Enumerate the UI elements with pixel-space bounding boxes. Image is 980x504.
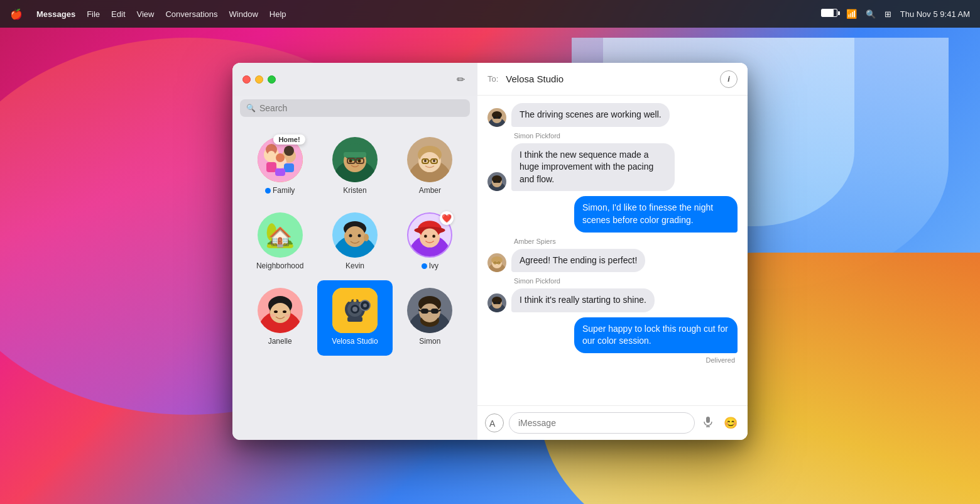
bubble-6: Super happy to lock this rough cut for o… [574,317,738,353]
delivered-status: Delivered [487,356,735,364]
svg-point-42 [433,235,436,238]
message-group-3: Simon, I'd like to finesse the night sce… [487,196,738,232]
bubble-5: I think it's really starting to shine. [511,288,655,312]
sender-name-amber: Amber Spiers [514,238,738,245]
message-row-6: Super happy to lock this rough cut for o… [487,317,738,353]
svg-point-50 [285,314,290,317]
message-avatar-simon-2 [487,293,506,312]
message-row-3: Simon, I'd like to finesse the night sce… [487,196,738,232]
emoji-button[interactable]: 😊 [721,414,740,432]
svg-point-16 [357,160,361,163]
svg-rect-91 [498,302,501,304]
svg-point-41 [424,235,427,238]
svg-rect-9 [284,163,294,172]
bubble-1: The driving scenes are working well. [511,103,670,127]
sidebar: ✏ 🔍 [232,63,477,440]
svg-rect-80 [493,180,496,183]
svg-point-55 [352,307,357,312]
svg-point-48 [283,310,286,313]
spotlight-icon[interactable]: 🔍 [866,9,876,19]
audio-button[interactable] [700,414,716,432]
message-group-4: Amber Spiers Agreed! The ending is perfe… [487,238,738,273]
svg-point-57 [348,299,351,302]
svg-rect-76 [498,116,501,119]
contact-kristen[interactable]: Kristen [317,129,392,205]
contact-velosa[interactable]: Velosa Studio [317,280,392,356]
chat-header: To: Velosa Studio i [477,63,748,96]
input-area: A 😊 [477,405,748,440]
svg-rect-68 [431,309,438,314]
maximize-button[interactable] [268,75,276,84]
svg-rect-8 [266,162,276,172]
message-avatar-amber [487,253,506,272]
to-label: To: [487,74,498,84]
message-row-5: I think it's really starting to shine. [487,288,738,312]
window-menu[interactable]: Window [229,9,258,19]
search-bar: 🔍 [240,99,470,117]
contact-simon[interactable]: Simon [393,280,467,356]
svg-rect-90 [493,302,496,304]
file-menu[interactable]: File [87,9,100,19]
message-row-2: I think the new sequence made a huge imp… [487,143,738,192]
svg-point-34 [349,234,352,238]
menubar: 🍎 Messages File Edit View Conversations … [0,0,980,28]
bubble-4: Agreed! The ending is perfect! [511,249,645,273]
messages-window: ✏ 🔍 [232,63,748,440]
contact-name-ivy: Ivy [429,261,438,270]
svg-point-28 [433,160,435,162]
svg-rect-56 [347,317,362,322]
contact-janelle[interactable]: Janelle [242,280,317,356]
contact-amber[interactable]: Amber [393,129,467,205]
search-input[interactable] [259,103,464,113]
close-button[interactable] [242,75,251,84]
clock-display: Thu Nov 5 9:41 AM [900,9,970,19]
svg-point-46 [270,303,290,323]
svg-point-7 [276,153,285,162]
control-center-icon[interactable]: ⊞ [885,9,891,19]
svg-rect-14 [344,152,366,157]
chat-recipient-name: Velosa Studio [506,74,712,84]
message-input[interactable] [509,412,695,434]
info-button[interactable]: i [720,70,738,88]
bubble-2: I think the new sequence made a huge imp… [511,143,675,192]
contact-neighborhood[interactable]: 🏡 Neighborhood [242,205,317,280]
svg-point-15 [349,160,352,163]
app-store-button[interactable]: A [485,414,504,432]
contact-kevin[interactable]: Kevin [317,205,392,280]
contact-name-velosa: Velosa Studio [332,337,378,346]
message-group-6: Super happy to lock this rough cut for o… [487,317,738,364]
svg-point-84 [491,256,503,264]
message-row-1: The driving scenes are working well. [487,103,738,127]
view-menu[interactable]: View [137,9,155,19]
contact-name-kevin: Kevin [346,261,364,270]
window-titlebar: ✏ [232,63,477,96]
compose-button[interactable]: ✏ [454,71,467,88]
contact-name-family: Family [273,186,295,195]
sender-name-simon-2: Simon Pickford [514,277,738,285]
svg-point-35 [357,234,361,238]
home-badge: Home! [273,134,305,145]
svg-point-33 [364,234,369,241]
minimize-button[interactable] [255,75,263,84]
app-name-menu[interactable]: Messages [36,9,75,19]
contact-ivy[interactable]: ❤️ Ivy [393,205,467,280]
chat-panel: To: Velosa Studio i The driving scenes a… [477,63,748,440]
contact-family[interactable]: Home! Family [242,129,317,205]
svg-point-40 [421,229,438,246]
message-group-2: Simon Pickford I think the new sequence … [487,132,738,192]
messages-area[interactable]: The driving scenes are working well. Sim… [477,96,748,405]
conversations-menu[interactable]: Conversations [165,9,217,19]
svg-rect-67 [421,309,428,314]
contact-name-janelle: Janelle [268,337,292,346]
message-group-1: The driving scenes are working well. [487,103,738,127]
message-avatar-1 [487,108,506,127]
svg-point-5 [284,146,294,156]
svg-text:A: A [489,419,496,428]
edit-menu[interactable]: Edit [111,9,125,19]
apple-menu[interactable]: 🍎 [10,8,23,20]
svg-rect-75 [493,116,496,119]
help-menu[interactable]: Help [270,9,286,19]
contact-name-simon: Simon [419,337,440,346]
message-avatar-simon [487,172,506,191]
wifi-icon: 📶 [846,9,857,19]
